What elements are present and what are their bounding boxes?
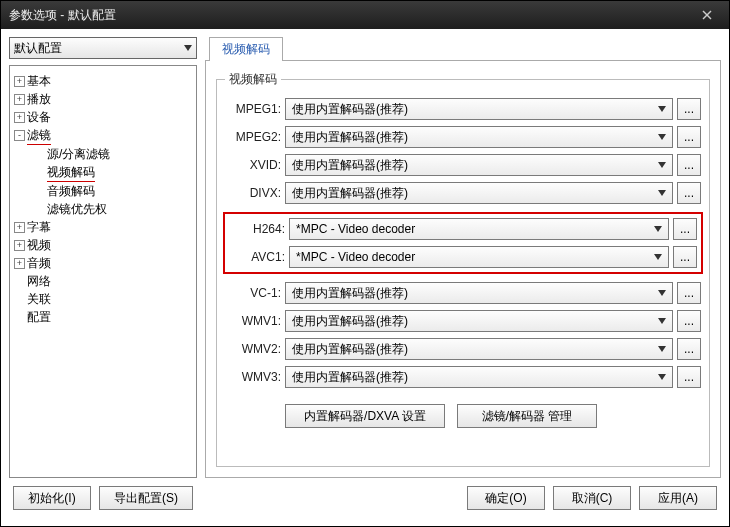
decoder-label: AVC1: — [229, 250, 285, 264]
chevron-down-icon — [658, 190, 666, 196]
plus-icon[interactable]: + — [14, 94, 25, 105]
close-button[interactable] — [693, 5, 721, 25]
profile-select-value: 默认配置 — [14, 40, 62, 57]
export-button[interactable]: 导出配置(S) — [99, 486, 193, 510]
decoder-row-h264: H264: *MPC - Video decoder ... — [229, 218, 697, 240]
decoder-label: MPEG1: — [225, 102, 281, 116]
plus-icon[interactable]: + — [14, 258, 25, 269]
decoder-more-wmv3[interactable]: ... — [677, 366, 701, 388]
chevron-down-icon — [658, 134, 666, 140]
decoder-more-wmv2[interactable]: ... — [677, 338, 701, 360]
chevron-down-icon — [184, 45, 192, 51]
decoder-combo-wmv2[interactable]: 使用内置解码器(推荐) — [285, 338, 673, 360]
chevron-down-icon — [658, 374, 666, 380]
chevron-down-icon — [658, 318, 666, 324]
group-legend: 视频解码 — [225, 71, 281, 88]
content-area: 默认配置 +基本 +播放 +设备 -滤镜 源/分离滤镜 视频解码 音频解码 滤镜… — [1, 29, 729, 526]
decoder-label: WMV2: — [225, 342, 281, 356]
decoder-rows: MPEG1: 使用内置解码器(推荐) ... MPEG2: 使用内置解码器(推荐… — [225, 98, 701, 428]
chevron-down-icon — [654, 254, 662, 260]
tree-item-filters[interactable]: -滤镜 源/分离滤镜 视频解码 音频解码 滤镜优先权 — [14, 126, 192, 218]
decoder-label: H264: — [229, 222, 285, 236]
decoder-row-vc1: VC-1: 使用内置解码器(推荐) ... — [225, 282, 701, 304]
tree-item-filter-priority[interactable]: 滤镜优先权 — [34, 200, 192, 218]
tab-bar: 视频解码 — [205, 37, 721, 61]
right-column: 视频解码 视频解码 MPEG1: 使用内置解码器(推荐) ... MP — [205, 37, 721, 478]
decoder-more-h264[interactable]: ... — [673, 218, 697, 240]
chevron-down-icon — [658, 290, 666, 296]
tree-item-basic[interactable]: +基本 — [14, 72, 192, 90]
minus-icon[interactable]: - — [14, 130, 25, 141]
video-decode-group: 视频解码 MPEG1: 使用内置解码器(推荐) ... MPEG2: 使用内置解… — [216, 71, 710, 467]
plus-icon[interactable]: + — [14, 76, 25, 87]
decoder-more-xvid[interactable]: ... — [677, 154, 701, 176]
tree-item-device[interactable]: +设备 — [14, 108, 192, 126]
decoder-row-mpeg1: MPEG1: 使用内置解码器(推荐) ... — [225, 98, 701, 120]
decoder-row-wmv1: WMV1: 使用内置解码器(推荐) ... — [225, 310, 701, 332]
tree-item-audio[interactable]: +音频 — [14, 254, 192, 272]
decoder-row-wmv3: WMV3: 使用内置解码器(推荐) ... — [225, 366, 701, 388]
window-title: 参数选项 - 默认配置 — [9, 7, 693, 24]
settings-tree[interactable]: +基本 +播放 +设备 -滤镜 源/分离滤镜 视频解码 音频解码 滤镜优先权 +… — [9, 65, 197, 478]
decoder-label: XVID: — [225, 158, 281, 172]
decoder-more-mpeg2[interactable]: ... — [677, 126, 701, 148]
chevron-down-icon — [658, 346, 666, 352]
tree-item-video[interactable]: +视频 — [14, 236, 192, 254]
chevron-down-icon — [658, 162, 666, 168]
decoder-combo-avc1[interactable]: *MPC - Video decoder — [289, 246, 669, 268]
chevron-down-icon — [658, 106, 666, 112]
decoder-row-xvid: XVID: 使用内置解码器(推荐) ... — [225, 154, 701, 176]
decoder-combo-mpeg1[interactable]: 使用内置解码器(推荐) — [285, 98, 673, 120]
decoder-combo-vc1[interactable]: 使用内置解码器(推荐) — [285, 282, 673, 304]
tab-panel: 视频解码 MPEG1: 使用内置解码器(推荐) ... MPEG2: 使用内置解… — [205, 61, 721, 478]
decoder-combo-xvid[interactable]: 使用内置解码器(推荐) — [285, 154, 673, 176]
decoder-more-avc1[interactable]: ... — [673, 246, 697, 268]
decoder-label: VC-1: — [225, 286, 281, 300]
decoder-combo-wmv3[interactable]: 使用内置解码器(推荐) — [285, 366, 673, 388]
plus-icon[interactable]: + — [14, 222, 25, 233]
tree-filters-children: 源/分离滤镜 视频解码 音频解码 滤镜优先权 — [14, 145, 192, 218]
settings-window: 参数选项 - 默认配置 默认配置 +基本 +播放 +设备 -滤镜 源 — [0, 0, 730, 527]
decoder-row-divx: DIVX: 使用内置解码器(推荐) ... — [225, 182, 701, 204]
decoder-row-wmv2: WMV2: 使用内置解码器(推荐) ... — [225, 338, 701, 360]
left-column: 默认配置 +基本 +播放 +设备 -滤镜 源/分离滤镜 视频解码 音频解码 滤镜… — [9, 37, 197, 478]
init-button[interactable]: 初始化(I) — [13, 486, 91, 510]
footer: 初始化(I) 导出配置(S) 确定(O) 取消(C) 应用(A) — [9, 478, 721, 518]
decoder-label: DIVX: — [225, 186, 281, 200]
tree-item-audio-decode[interactable]: 音频解码 — [34, 182, 192, 200]
tree-item-video-decode[interactable]: 视频解码 — [34, 163, 192, 182]
decoder-more-vc1[interactable]: ... — [677, 282, 701, 304]
decoder-row-mpeg2: MPEG2: 使用内置解码器(推荐) ... — [225, 126, 701, 148]
highlighted-decoders: H264: *MPC - Video decoder ... AVC1: *MP… — [223, 212, 703, 274]
ok-button[interactable]: 确定(O) — [467, 486, 545, 510]
tree-item-assoc[interactable]: 关联 — [14, 290, 192, 308]
decoder-combo-divx[interactable]: 使用内置解码器(推荐) — [285, 182, 673, 204]
decoder-more-mpeg1[interactable]: ... — [677, 98, 701, 120]
tree-item-subtitle[interactable]: +字幕 — [14, 218, 192, 236]
profile-select[interactable]: 默认配置 — [9, 37, 197, 59]
decoder-more-wmv1[interactable]: ... — [677, 310, 701, 332]
decoder-more-divx[interactable]: ... — [677, 182, 701, 204]
plus-icon[interactable]: + — [14, 112, 25, 123]
decoder-combo-h264[interactable]: *MPC - Video decoder — [289, 218, 669, 240]
decoder-label: WMV1: — [225, 314, 281, 328]
titlebar: 参数选项 - 默认配置 — [1, 1, 729, 29]
tree-item-playback[interactable]: +播放 — [14, 90, 192, 108]
apply-button[interactable]: 应用(A) — [639, 486, 717, 510]
filter-manage-button[interactable]: 滤镜/解码器 管理 — [457, 404, 597, 428]
tree-item-source-splitter[interactable]: 源/分离滤镜 — [34, 145, 192, 163]
close-icon — [702, 10, 712, 20]
tree-item-network[interactable]: 网络 — [14, 272, 192, 290]
decoder-row-avc1: AVC1: *MPC - Video decoder ... — [229, 246, 697, 268]
decoder-label: MPEG2: — [225, 130, 281, 144]
tab-video-decode[interactable]: 视频解码 — [209, 37, 283, 61]
tree-item-config[interactable]: 配置 — [14, 308, 192, 326]
decoder-actions: 内置解码器/DXVA 设置 滤镜/解码器 管理 — [225, 404, 701, 428]
cancel-button[interactable]: 取消(C) — [553, 486, 631, 510]
decoder-combo-mpeg2[interactable]: 使用内置解码器(推荐) — [285, 126, 673, 148]
decoder-label: WMV3: — [225, 370, 281, 384]
main-row: 默认配置 +基本 +播放 +设备 -滤镜 源/分离滤镜 视频解码 音频解码 滤镜… — [9, 37, 721, 478]
dxva-settings-button[interactable]: 内置解码器/DXVA 设置 — [285, 404, 445, 428]
plus-icon[interactable]: + — [14, 240, 25, 251]
decoder-combo-wmv1[interactable]: 使用内置解码器(推荐) — [285, 310, 673, 332]
